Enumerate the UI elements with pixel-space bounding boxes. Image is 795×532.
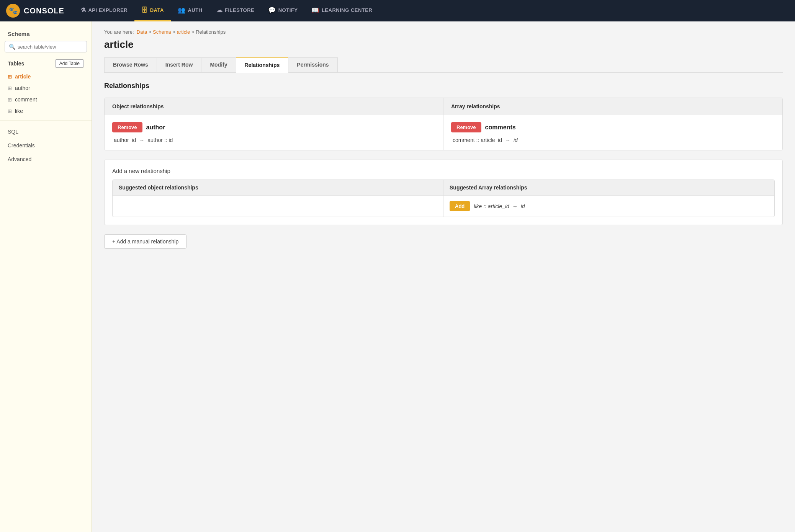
sidebar-item-credentials[interactable]: Credentials <box>0 139 92 152</box>
main-content: You are here: Data > Schema > article > … <box>92 21 795 532</box>
sidebar-item-article[interactable]: ⊞ article <box>0 71 92 82</box>
relationships-section-title: Relationships <box>104 82 783 90</box>
array-rel-row-comments: Remove comments <box>451 122 775 132</box>
add-like-button[interactable]: Add <box>450 201 470 211</box>
remove-author-button[interactable]: Remove <box>112 122 142 132</box>
api-explorer-icon: ⚗ <box>80 7 86 14</box>
filestore-icon: ☁ <box>216 7 223 14</box>
logo-icon: 🐾 <box>6 4 20 18</box>
rel-table-header: Object relationships Array relationships <box>105 98 782 115</box>
nav-auth[interactable]: 👥 AUTH <box>171 0 209 21</box>
auth-icon: 👥 <box>178 7 186 14</box>
like-mapping: like :: article_id → id <box>474 203 525 209</box>
object-rel-row-author: Remove author <box>112 122 435 132</box>
comments-rel-mapping: comment :: article_id → id <box>451 137 775 143</box>
nav-notify[interactable]: 💬 NOTIFY <box>261 0 304 21</box>
sug-object-col <box>113 196 443 217</box>
tab-modify[interactable]: Modify <box>201 57 236 72</box>
remove-comments-button[interactable]: Remove <box>451 122 481 132</box>
suggested-relationships-box: Add a new relationship Suggested object … <box>104 160 783 225</box>
suggested-header: Suggested object relationships Suggested… <box>113 180 774 196</box>
comments-rel-name: comments <box>485 124 516 131</box>
sidebar-item-like[interactable]: ⊞ like <box>0 105 92 117</box>
nav-items: ⚗ API EXPLORER 🗄 DATA 👥 AUTH ☁ FILESTORE… <box>74 0 379 21</box>
nav-filestore[interactable]: ☁ FILESTORE <box>209 0 262 21</box>
main-layout: Schema 🔍 Tables Add Table ⊞ article ⊞ au… <box>0 21 795 532</box>
logo-text: CONSOLE <box>24 7 64 15</box>
table-icon-article: ⊞ <box>8 74 12 80</box>
top-navigation: 🐾 CONSOLE ⚗ API EXPLORER 🗄 DATA 👥 AUTH ☁… <box>0 0 795 21</box>
tab-browse-rows[interactable]: Browse Rows <box>104 57 157 72</box>
sidebar: Schema 🔍 Tables Add Table ⊞ article ⊞ au… <box>0 21 92 532</box>
arrow-icon: → <box>139 137 146 143</box>
table-name-author: author <box>15 85 30 91</box>
tab-relationships[interactable]: Relationships <box>236 57 289 73</box>
tables-header: Tables Add Table <box>0 58 92 71</box>
notify-icon: 💬 <box>268 7 276 14</box>
breadcrumb-data[interactable]: Data <box>137 29 147 35</box>
table-name-comment: comment <box>15 96 37 103</box>
breadcrumb-article[interactable]: article <box>177 29 190 35</box>
sug-array-col: Add like :: article_id → id <box>443 196 774 217</box>
data-icon: 🗄 <box>141 7 148 14</box>
add-manual-relationship-button[interactable]: + Add a manual relationship <box>104 234 186 249</box>
learning-center-icon: 📖 <box>311 7 319 14</box>
sug-object-col-header: Suggested object relationships <box>113 180 443 196</box>
author-rel-name: author <box>146 124 165 131</box>
suggested-title: Add a new relationship <box>112 168 775 174</box>
breadcrumb-current: Relationships <box>196 29 226 35</box>
tables-label: Tables <box>8 60 24 67</box>
rel-table-body: Remove author author_id → author :: id R… <box>105 115 782 150</box>
nav-learning-center[interactable]: 📖 LEARNING CENTER <box>304 0 379 21</box>
breadcrumb-schema[interactable]: Schema <box>153 29 171 35</box>
sidebar-item-sql[interactable]: SQL <box>0 125 92 139</box>
table-icon-comment: ⊞ <box>8 97 12 103</box>
tabs: Browse Rows Insert Row Modify Relationsh… <box>104 57 783 73</box>
arrow-icon-2: → <box>505 137 512 143</box>
table-icon-like: ⊞ <box>8 108 12 114</box>
add-table-button[interactable]: Add Table <box>55 59 84 68</box>
sug-array-col-header: Suggested Array relationships <box>443 180 774 196</box>
sidebar-title: Schema <box>0 28 92 41</box>
tab-permissions[interactable]: Permissions <box>288 57 337 72</box>
search-icon: 🔍 <box>9 44 15 50</box>
search-box[interactable]: 🔍 <box>5 41 87 52</box>
logo: 🐾 CONSOLE <box>6 4 64 18</box>
author-rel-mapping: author_id → author :: id <box>112 137 435 143</box>
table-name-like: like <box>15 108 23 114</box>
breadcrumb: You are here: Data > Schema > article > … <box>104 29 783 35</box>
divider <box>0 121 92 121</box>
table-icon-author: ⊞ <box>8 85 12 91</box>
array-col-header: Array relationships <box>443 98 782 115</box>
search-input[interactable] <box>18 44 83 50</box>
tab-insert-row[interactable]: Insert Row <box>157 57 202 72</box>
page-title: article <box>104 39 783 51</box>
array-relationships-col: Remove comments comment :: article_id → … <box>443 115 782 150</box>
sidebar-item-comment[interactable]: ⊞ comment <box>0 94 92 105</box>
arrow-icon-3: → <box>512 203 519 209</box>
relationships-table: Object relationships Array relationships… <box>104 98 783 150</box>
suggested-inner: Suggested object relationships Suggested… <box>112 180 775 217</box>
nav-data[interactable]: 🗄 DATA <box>134 0 171 21</box>
object-relationships-col: Remove author author_id → author :: id <box>105 115 443 150</box>
sug-like-row: Add like :: article_id → id <box>450 201 768 211</box>
suggested-body: Add like :: article_id → id <box>113 196 774 217</box>
sidebar-item-author[interactable]: ⊞ author <box>0 82 92 94</box>
object-col-header: Object relationships <box>105 98 443 115</box>
table-name-article: article <box>15 73 31 80</box>
nav-api-explorer[interactable]: ⚗ API EXPLORER <box>74 0 134 21</box>
sidebar-item-advanced[interactable]: Advanced <box>0 152 92 166</box>
